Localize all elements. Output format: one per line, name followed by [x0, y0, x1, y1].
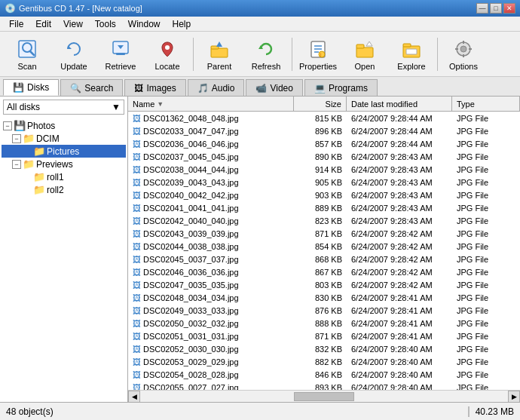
expander-dcim[interactable]: − — [12, 134, 21, 143]
filename-text: DSC02041_0041_041.jpg — [143, 204, 239, 213]
col-header-date[interactable]: Date last modified — [347, 97, 452, 111]
update-button[interactable]: Update — [51, 35, 96, 74]
table-row[interactable]: 🖼 DSC02054_0028_028.jpg 846 KB 6/24/2007… — [128, 368, 520, 381]
tab-search[interactable]: 🔍 Search — [60, 79, 123, 96]
table-row[interactable]: 🖼 DSC02040_0042_042.jpg 903 KB 6/24/2007… — [128, 189, 520, 201]
table-row[interactable]: 🖼 DSC02042_0040_040.jpg 823 KB 6/24/2007… — [128, 214, 520, 227]
table-row[interactable]: 🖼 DSC02055_0027_027.jpg 893 KB 6/24/2007… — [128, 381, 520, 390]
filename-text: DSC02046_0036_036.jpg — [143, 268, 239, 277]
menu-file[interactable]: File — [3, 17, 29, 31]
table-row[interactable]: 🖼 DSC02052_0030_030.jpg 832 KB 6/24/2007… — [128, 342, 520, 355]
table-row[interactable]: 🖼 DSC02038_0044_044.jpg 914 KB 6/24/2007… — [128, 163, 520, 176]
cell-filename: 🖼 DSC02038_0044_044.jpg — [128, 164, 294, 175]
parent-label: Parent — [207, 62, 231, 71]
table-row[interactable]: 🖼 DSC02047_0035_035.jpg 803 KB 6/24/2007… — [128, 278, 520, 291]
tab-disks[interactable]: 💾 Disks — [3, 79, 59, 96]
status-object-count: 48 object(s) — [6, 406, 470, 417]
col-header-size[interactable]: Size — [294, 97, 347, 111]
properties-button[interactable]: i Properties — [295, 35, 341, 74]
tree-item-previews[interactable]: − 📁 Previews — [2, 158, 126, 170]
tab-programs[interactable]: 💻 Programs — [304, 79, 378, 96]
menu-view[interactable]: View — [57, 17, 89, 31]
table-row[interactable]: 🖼 DSC02049_0033_033.jpg 876 KB 6/24/2007… — [128, 304, 520, 317]
expander-previews[interactable]: − — [12, 160, 21, 169]
cell-size: 903 KB — [294, 190, 347, 201]
tree-item-dcim[interactable]: − 📁 DCIM — [2, 132, 126, 145]
table-row[interactable]: 🖼 DSC02044_0038_038.jpg 854 KB 6/24/2007… — [128, 240, 520, 253]
table-row[interactable]: 🖼 DSC02048_0034_034.jpg 830 KB 6/24/2007… — [128, 291, 520, 304]
cell-size: 905 KB — [294, 177, 347, 188]
cell-filename: 🖼 DSC02051_0031_031.jpg — [128, 331, 294, 342]
status-total-size: 40.23 MB — [470, 406, 514, 417]
retrieve-button[interactable]: Retrieve — [98, 35, 143, 74]
table-row[interactable]: 🖼 DSC02045_0037_037.jpg 868 KB 6/24/2007… — [128, 253, 520, 265]
audio-tab-label: Audio — [212, 83, 235, 94]
file-rows[interactable]: 🖼 DSC01362_0048_048.jpg 815 KB 6/24/2007… — [128, 112, 520, 390]
table-row[interactable]: 🖼 DSC02033_0047_047.jpg 896 KB 6/24/2007… — [128, 124, 520, 137]
col-header-type[interactable]: Type — [452, 97, 520, 111]
menu-help[interactable]: Help — [167, 17, 197, 31]
options-button[interactable]: Options — [441, 35, 486, 74]
table-row[interactable]: 🖼 DSC02046_0036_036.jpg 867 KB 6/24/2007… — [128, 265, 520, 278]
cell-filename: 🖼 DSC02052_0030_030.jpg — [128, 344, 294, 354]
scroll-left-button[interactable]: ◀ — [128, 391, 140, 403]
cell-filename: 🖼 DSC02049_0033_033.jpg — [128, 305, 294, 316]
filename-text: DSC02033_0047_047.jpg — [143, 127, 239, 136]
table-row[interactable]: 🖼 DSC02051_0031_031.jpg 871 KB 6/24/2007… — [128, 330, 520, 342]
expander-photos[interactable]: − — [3, 121, 12, 130]
search-tab-label: Search — [84, 83, 113, 94]
table-row[interactable]: 🖼 DSC02053_0029_029.jpg 882 KB 6/24/2007… — [128, 355, 520, 368]
table-row[interactable]: 🖼 DSC02037_0045_045.jpg 890 KB 6/24/2007… — [128, 150, 520, 163]
scan-button[interactable]: Scan — [5, 35, 50, 74]
menu-edit[interactable]: Edit — [29, 17, 57, 31]
maximize-button[interactable]: □ — [490, 3, 502, 14]
menu-window[interactable]: Window — [122, 17, 167, 31]
scroll-track[interactable] — [140, 391, 508, 402]
tree-item-roll2[interactable]: 📁 roll2 — [2, 183, 126, 196]
tab-audio[interactable]: 🎵 Audio — [188, 79, 245, 96]
table-row[interactable]: 🖼 DSC02041_0041_041.jpg 889 KB 6/24/2007… — [128, 201, 520, 214]
locate-button[interactable]: Locate — [145, 35, 190, 74]
scan-icon — [15, 38, 39, 60]
tab-video[interactable]: 📹 Video — [246, 79, 302, 96]
horizontal-scrollbar[interactable]: ◀ ▶ — [128, 390, 520, 402]
cell-filename: 🖼 DSC02036_0046_046.jpg — [128, 139, 294, 149]
tab-images[interactable]: 🖼 Images — [124, 79, 185, 96]
cell-filename: 🖼 DSC02039_0043_043.jpg — [128, 177, 294, 188]
cell-filename: 🖼 DSC02043_0039_039.jpg — [128, 228, 294, 239]
table-row[interactable]: 🖼 DSC01362_0048_048.jpg 815 KB 6/24/2007… — [128, 112, 520, 124]
table-row[interactable]: 🖼 DSC02043_0039_039.jpg 871 KB 6/24/2007… — [128, 227, 520, 240]
filename-text: DSC02036_0046_046.jpg — [143, 139, 239, 149]
refresh-button[interactable]: Refresh — [243, 35, 289, 74]
table-row[interactable]: 🖼 DSC02039_0043_043.jpg 905 KB 6/24/2007… — [128, 176, 520, 189]
cell-date: 6/24/2007 9:28:41 AM — [347, 318, 452, 329]
open-button[interactable]: Open — [342, 35, 387, 74]
disk-filter-dropdown[interactable]: All disks ▼ — [3, 100, 124, 115]
svg-point-7 — [165, 45, 170, 50]
jpg-file-icon: 🖼 — [133, 191, 141, 200]
cell-filename: 🖼 DSC02040_0042_042.jpg — [128, 190, 294, 201]
parent-button[interactable]: Parent — [197, 35, 242, 74]
filename-text: DSC02050_0032_032.jpg — [143, 319, 239, 328]
folder-icon-previews: 📁 — [23, 158, 35, 170]
folder-tree: − 💾 Photos − 📁 DCIM 📁 Pictures − 📁 Previ… — [0, 118, 127, 402]
tree-item-roll1[interactable]: 📁 roll1 — [2, 170, 126, 183]
cell-type: JPG File — [452, 254, 520, 265]
filename-text: DSC01362_0048_048.jpg — [143, 114, 239, 123]
col-header-name[interactable]: Name ▼ — [128, 97, 294, 111]
video-tab-label: Video — [270, 83, 292, 94]
retrieve-label: Retrieve — [106, 62, 136, 71]
tree-item-pictures[interactable]: 📁 Pictures — [2, 145, 126, 158]
table-row[interactable]: 🖼 DSC02036_0046_046.jpg 857 KB 6/24/2007… — [128, 137, 520, 150]
toolbar-separator-2 — [292, 38, 292, 71]
scroll-right-button[interactable]: ▶ — [508, 391, 520, 403]
tabs-bar: 💾 Disks 🔍 Search 🖼 Images 🎵 Audio 📹 Vide… — [0, 77, 520, 97]
table-row[interactable]: 🖼 DSC02050_0032_032.jpg 888 KB 6/24/2007… — [128, 317, 520, 330]
scroll-thumb[interactable] — [294, 392, 354, 401]
menu-tools[interactable]: Tools — [89, 17, 122, 31]
minimize-button[interactable]: — — [476, 3, 488, 14]
explore-button[interactable]: Explore — [389, 35, 434, 74]
cell-filename: 🖼 DSC02041_0041_041.jpg — [128, 203, 294, 213]
tree-item-photos[interactable]: − 💾 Photos — [2, 119, 126, 132]
close-button[interactable]: ✕ — [503, 3, 515, 14]
